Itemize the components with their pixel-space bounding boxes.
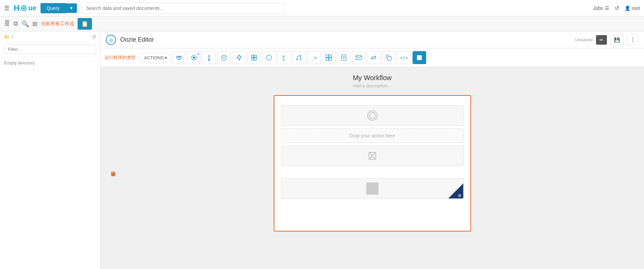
shell-action-button[interactable]: _> [307,51,321,64]
filter-input[interactable] [4,45,96,54]
jobs-link[interactable]: Jobs ☰ [593,5,609,11]
svg-text:⚙: ⚙ [458,193,462,198]
top-navigation: ☰ H ue Query ▼ Jobs ☰ ↺ 👤 root [0,0,644,16]
sqoop-action-button[interactable] [202,51,216,64]
sidebar-path: 📁 / ↺ [0,31,100,43]
svg-rect-12 [252,58,254,60]
workflow-kill-node[interactable]: ⚙ [281,178,464,199]
empty-directory-label: Empty directory [0,56,100,70]
oozie-header-right: Unsaved ✏ 💾 ⋮ [575,34,639,45]
svg-point-1 [23,7,25,9]
path-text[interactable]: / [12,34,13,40]
svg-rect-20 [326,58,329,61]
svg-rect-19 [329,55,332,58]
copy-action-button[interactable] [382,51,396,64]
search-files-icon[interactable]: 🔍 [21,20,29,28]
svg-point-16 [300,55,301,56]
refresh-icon[interactable]: ↺ [92,34,96,40]
svg-rect-27 [388,57,391,60]
actions-label-area: 运行程序的类型 [104,55,139,61]
second-bar: 🗄 ⧉ 🔍 ⊞ 当前所有工作流 📋 [0,16,644,31]
svg-rect-21 [329,58,332,61]
svg-point-4 [180,57,180,58]
gear-badge-icon: ⚙ [448,183,463,198]
more-options-button[interactable]: ⋮ [627,34,639,45]
drop-action-label: Drop your action here [349,133,395,138]
workflow-start-node[interactable] [281,105,464,126]
drop-action-target[interactable]: Drop your action here [281,129,464,143]
java-action-button[interactable] [277,51,291,64]
workflow-title[interactable]: My Workflow [107,74,637,82]
grid-icon[interactable]: ⊞ [32,20,37,28]
query-button[interactable]: Query [41,3,66,13]
hbase-action-button[interactable] [322,51,336,64]
svg-point-14 [267,55,272,60]
unsaved-label: Unsaved [575,37,593,42]
all-workflows-label[interactable]: 当前所有工作流 [41,21,74,27]
query-button-group: Query ▼ [41,3,77,13]
logo-ue-text: ue [28,4,36,12]
svg-point-5 [178,56,180,57]
start-circle-icon [366,109,379,122]
logo-dot-icon [21,5,27,11]
svg-point-15 [297,59,298,60]
username-label: root [632,5,640,11]
edit-button[interactable]: ✏ [596,35,607,45]
pig-action-button[interactable] [172,51,186,64]
svg-rect-10 [252,55,254,58]
workflow-drop-zone: Drop your action here [274,95,471,231]
svg-rect-13 [254,58,257,60]
folder-icon: 📁 [4,34,10,40]
db-icon[interactable]: 🗄 [4,20,10,27]
copy-files-icon[interactable]: ⧉ [14,20,18,27]
sidebar-filter-area [0,43,100,56]
logo-h-icon: H [14,3,19,13]
svg-rect-18 [326,55,329,58]
oozie-header: ◎ Oozie Editor Unsaved ✏ 💾 ⋮ [100,31,644,48]
doc-action-button[interactable] [337,51,351,64]
code-action-button[interactable]: </> [397,51,411,64]
svg-point-7 [193,57,195,59]
nav-right-area: Jobs ☰ ↺ 👤 root [593,5,640,11]
new-file-button[interactable]: 📋 [78,18,92,30]
stop-action-button[interactable] [413,51,426,64]
svg-rect-11 [254,55,257,58]
menu-icon[interactable]: ☰ [4,4,10,12]
workflow-description[interactable]: Add a description... [107,83,637,88]
transfer-action-button[interactable] [367,51,381,64]
jobs-list-icon: ☰ [605,5,609,11]
svg-rect-28 [417,55,422,60]
actions-dropdown-button[interactable]: ACTIONS ▾ [140,53,171,62]
oozie-editor-icon: ◎ [106,35,116,45]
oozie-editor-title: Oozie Editor [120,36,154,43]
search-input[interactable] [81,3,285,14]
hive-action-button[interactable]: 2 [187,51,201,64]
end-flag-icon [366,150,379,162]
actions-toolbar: 运行程序的类型 ACTIONS ▾ 2 [100,48,644,67]
email-action-button[interactable] [352,51,366,64]
editor-area: ◎ Oozie Editor Unsaved ✏ 💾 ⋮ 运行程序的类型 ACT… [100,31,644,269]
logo: H ue [14,3,36,13]
svg-point-30 [369,113,375,119]
distcp-action-button[interactable] [217,51,231,64]
actions-zh-label: 运行程序的类型 [104,55,135,61]
save-button[interactable]: 💾 [610,35,624,45]
spark-action-button[interactable] [232,51,246,64]
main-layout: 📁 / ↺ Empty directory ◎ Oozie Editor Uns… [0,31,644,269]
sidebar: 📁 / ↺ Empty directory [0,31,100,269]
workflow-canvas: 编辑窗口 My Workflow Add a description... Dr… [100,67,644,269]
svg-point-17 [300,59,301,60]
user-menu[interactable]: 👤 root [625,5,640,11]
query-dropdown-button[interactable]: ▼ [66,3,77,13]
workflow-end-node[interactable] [281,146,464,166]
mapreduce-action-button[interactable] [247,51,261,64]
git-action-button[interactable] [292,51,306,64]
oozie-action-button[interactable] [262,51,276,64]
jobs-label: Jobs [593,5,603,11]
user-icon: 👤 [625,5,630,11]
kill-node-icon [366,182,379,195]
history-icon[interactable]: ↺ [615,5,619,11]
second-bar-left: 🗄 ⧉ 🔍 ⊞ 当前所有工作流 📋 [0,18,96,30]
